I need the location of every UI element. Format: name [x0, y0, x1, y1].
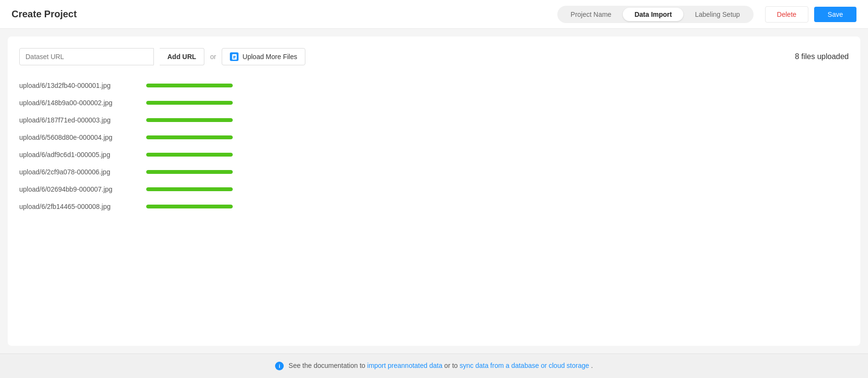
add-url-button[interactable]: Add URL	[160, 48, 204, 65]
file-row: upload/6/2fb14465-000008.jpg	[19, 198, 849, 215]
progress-bar-container	[146, 205, 233, 208]
progress-bar-fill	[146, 153, 233, 157]
file-row: upload/6/148b9a00-000002.jpg	[19, 94, 849, 111]
progress-bar-container	[146, 170, 233, 174]
file-name: upload/6/2cf9a078-000006.jpg	[19, 168, 135, 176]
file-row: upload/6/13d2fb40-000001.jpg	[19, 77, 849, 94]
file-name: upload/6/adf9c6d1-000005.jpg	[19, 151, 135, 159]
upload-icon	[230, 52, 239, 61]
files-uploaded-count: 8 files uploaded	[795, 52, 849, 61]
header-actions: Delete Save	[765, 6, 856, 23]
steps-nav: Project Name Data Import Labeling Setup	[557, 6, 754, 23]
progress-bar-container	[146, 84, 233, 87]
file-list: upload/6/13d2fb40-000001.jpgupload/6/148…	[19, 77, 849, 215]
footer-link-preannotated[interactable]: import preannotated data	[367, 362, 442, 369]
progress-bar-fill	[146, 118, 233, 122]
progress-bar-fill	[146, 84, 233, 87]
step-labeling-setup[interactable]: Labeling Setup	[683, 8, 751, 21]
progress-bar-fill	[146, 135, 233, 139]
file-row: upload/6/02694bb9-000007.jpg	[19, 181, 849, 198]
progress-bar-fill	[146, 205, 233, 208]
info-icon: i	[275, 362, 284, 370]
or-separator: or	[210, 53, 216, 61]
file-row: upload/6/187f71ed-000003.jpg	[19, 111, 849, 129]
progress-bar-container	[146, 135, 233, 139]
file-name: upload/6/148b9a00-000002.jpg	[19, 99, 135, 107]
progress-bar-container	[146, 118, 233, 122]
footer: i See the documentation to import preann…	[0, 354, 868, 378]
file-name: upload/6/5608d80e-000004.jpg	[19, 134, 135, 141]
dataset-url-input[interactable]	[19, 48, 154, 65]
delete-button[interactable]: Delete	[765, 6, 808, 23]
footer-link-sync[interactable]: sync data from a database or cloud stora…	[460, 362, 589, 369]
file-row: upload/6/adf9c6d1-000005.jpg	[19, 146, 849, 163]
progress-bar-container	[146, 187, 233, 191]
footer-text-middle: or to	[444, 362, 460, 369]
file-name: upload/6/2fb14465-000008.jpg	[19, 203, 135, 210]
progress-bar-fill	[146, 101, 233, 105]
page-title: Create Project	[12, 9, 77, 20]
file-name: upload/6/187f71ed-000003.jpg	[19, 116, 135, 124]
save-button[interactable]: Save	[814, 7, 856, 22]
step-data-import[interactable]: Data Import	[623, 8, 683, 21]
upload-label: Upload More Files	[242, 53, 297, 61]
file-row: upload/6/5608d80e-000004.jpg	[19, 129, 849, 146]
main-content: Add URL or Upload More Files 8 files upl…	[8, 37, 860, 346]
upload-more-files-button[interactable]: Upload More Files	[222, 48, 305, 65]
progress-bar-container	[146, 153, 233, 157]
progress-bar-container	[146, 101, 233, 105]
file-name: upload/6/13d2fb40-000001.jpg	[19, 82, 135, 89]
file-row: upload/6/2cf9a078-000006.jpg	[19, 163, 849, 181]
upload-bar: Add URL or Upload More Files 8 files upl…	[19, 48, 849, 65]
step-project-name[interactable]: Project Name	[559, 8, 623, 21]
footer-text-after: .	[591, 362, 593, 369]
file-name: upload/6/02694bb9-000007.jpg	[19, 185, 135, 193]
progress-bar-fill	[146, 170, 233, 174]
progress-bar-fill	[146, 187, 233, 191]
footer-text-before: See the documentation to	[289, 362, 367, 369]
header: Create Project Project Name Data Import …	[0, 0, 868, 29]
